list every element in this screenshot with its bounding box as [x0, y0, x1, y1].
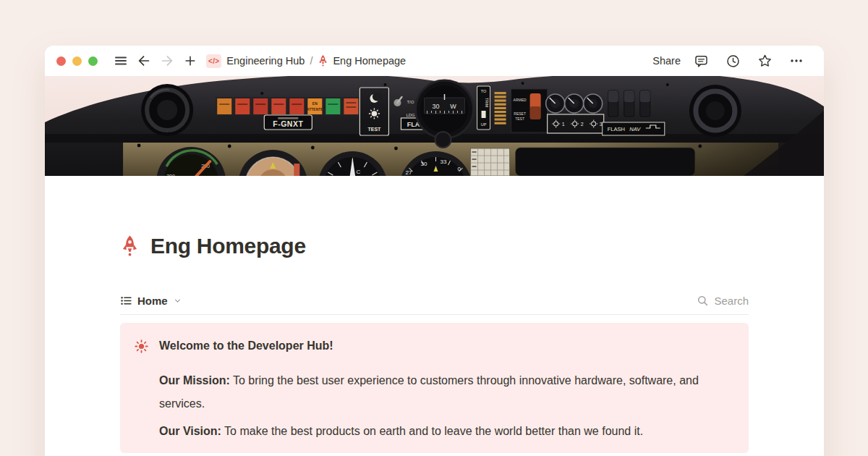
window-controls	[56, 56, 98, 66]
breadcrumb-page[interactable]: Eng Homepage	[333, 55, 406, 67]
gyro-27: 27	[405, 169, 412, 176]
search-label: Search	[714, 295, 749, 307]
page-rocket-icon[interactable]	[120, 235, 140, 258]
forward-icon[interactable]	[158, 52, 176, 69]
close-window-button[interactable]	[56, 56, 66, 66]
light-number-2: 2	[581, 122, 584, 127]
test-panel: TEST	[359, 88, 388, 135]
welcome-title: Welcome to the Developer Hub!	[159, 339, 727, 353]
app-window: </> Engineering Hub / Eng Homepage Share	[45, 46, 824, 456]
registration-text: F-GNXT	[273, 119, 303, 128]
breadcrumb-separator: /	[310, 55, 312, 67]
armed-label: ARMED	[514, 98, 527, 102]
reset-label: RESET	[514, 111, 526, 116]
sidebar-menu-icon[interactable]	[112, 52, 129, 69]
page-title[interactable]: Eng Homepage	[150, 234, 306, 258]
flash-label: FLASH	[608, 126, 625, 132]
tab-home[interactable]: Home	[120, 295, 182, 307]
rocket-icon	[318, 54, 328, 67]
vision-label: Our Vision:	[159, 425, 221, 437]
new-page-icon[interactable]	[182, 52, 199, 69]
trim-up-label: UP	[481, 122, 487, 127]
more-ellipsis-icon[interactable]	[788, 52, 805, 69]
light-labels-box: 1 2 3	[548, 114, 604, 133]
gyro-letter-9: 9	[336, 174, 340, 176]
registration-placard: F-GNXT	[264, 115, 312, 130]
rocker-switches	[608, 90, 650, 117]
panel-screen	[516, 148, 695, 176]
favorite-star-icon[interactable]	[756, 52, 773, 69]
search-input[interactable]: Search	[697, 295, 749, 307]
trim-to-label: TO	[481, 89, 487, 93]
trim-indicator: TO TRIM UP	[477, 86, 490, 130]
chevron-down-icon	[173, 296, 182, 305]
warning-light-label-line1: EN	[312, 101, 318, 106]
back-icon[interactable]	[135, 52, 153, 69]
airspeed-200: 200	[166, 174, 175, 176]
workspace-code-icon[interactable]: </>	[206, 54, 221, 68]
light-knobs	[546, 94, 603, 113]
panel-placard-table	[471, 148, 510, 176]
gyro-30: 30	[420, 161, 427, 167]
nav-label: NAV	[629, 126, 641, 132]
test-label: TEST	[367, 127, 381, 132]
right-air-vent	[689, 85, 741, 137]
sun-icon	[134, 339, 159, 443]
tab-home-label: Home	[137, 295, 168, 307]
reset-test-label: TEST	[515, 117, 524, 121]
welcome-callout-body: Welcome to the Developer Hub! Our Missio…	[159, 339, 727, 443]
indicator-bar-stack	[495, 92, 506, 124]
search-icon	[697, 295, 709, 307]
mission-label: Our Mission:	[159, 374, 230, 387]
page-body: Eng Homepage Home	[45, 219, 824, 456]
breadcrumb-workspace[interactable]: Engineering Hub	[226, 55, 305, 67]
light-number-1: 1	[562, 122, 565, 127]
mission-paragraph: Our Mission: To bring the best user expe…	[159, 369, 727, 415]
page-header: Eng Homepage	[120, 219, 749, 273]
trim-label: TRIM	[485, 98, 489, 108]
minimize-window-button[interactable]	[72, 56, 82, 66]
warning-light-label-line2: ATTENTE	[307, 107, 323, 111]
toolbar-actions	[692, 52, 811, 69]
vision-text: To make the best products on earth and t…	[221, 425, 643, 437]
left-air-vent	[141, 84, 193, 136]
zoom-window-button[interactable]	[88, 56, 98, 66]
view-divider	[120, 314, 749, 315]
landing-label: LDG	[406, 113, 415, 117]
list-view-icon	[120, 295, 132, 307]
vision-paragraph: Our Vision: To make the best products on…	[159, 420, 727, 443]
armed-switch-panel: ARMED RESET TEST	[511, 89, 548, 132]
updates-clock-icon[interactable]	[724, 52, 741, 69]
gyro-0: 0	[458, 166, 461, 172]
breadcrumb: </> Engineering Hub / Eng Homepage	[206, 54, 406, 68]
light-number-3: 3	[600, 122, 603, 127]
gyro-33: 33	[441, 159, 447, 165]
compass-letter: W	[450, 103, 456, 110]
page-cover-image: EN ATTENTE F-GNXT TEST	[45, 76, 824, 176]
welcome-callout: Welcome to the Developer Hub! Our Missio…	[120, 323, 749, 453]
cockpit-illustration: EN ATTENTE F-GNXT TEST	[45, 76, 824, 176]
takeoff-label: T/O	[407, 100, 414, 104]
toolbar: </> Engineering Hub / Eng Homepage Share	[45, 46, 824, 76]
gyro-letter-c: C	[356, 169, 360, 175]
flash-nav-placard: FLASH NAV	[603, 122, 665, 135]
comments-icon[interactable]	[692, 52, 710, 69]
share-button[interactable]: Share	[652, 55, 681, 67]
mission-text: To bring the best user experience to cus…	[159, 374, 699, 410]
view-bar: Home Search	[120, 290, 749, 311]
compass-number: 30	[432, 103, 439, 110]
